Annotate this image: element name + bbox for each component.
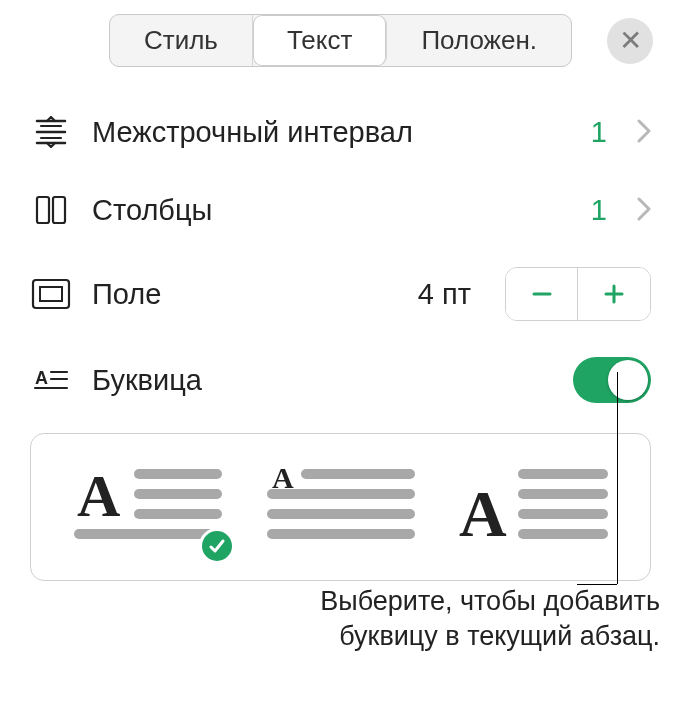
dropcap-toggle[interactable] <box>573 357 651 403</box>
minus-icon <box>530 282 554 306</box>
tab-position[interactable]: Положен. <box>387 15 571 66</box>
margin-decrease-button[interactable] <box>506 268 578 320</box>
options-list: Межстрочный интервал 1 Столбцы 1 <box>0 85 681 581</box>
svg-rect-5 <box>33 280 69 308</box>
columns-icon <box>30 189 72 231</box>
dropcap-icon: A <box>30 359 72 401</box>
callout-text: Выберите, чтобы добавить буквицу в текущ… <box>240 584 660 653</box>
svg-rect-6 <box>40 287 62 301</box>
chevron-right-icon <box>637 192 651 229</box>
close-icon: ✕ <box>619 25 642 56</box>
callout-line-2: буквицу в текущий абзац. <box>339 621 660 651</box>
close-button[interactable]: ✕ <box>607 18 653 64</box>
plus-icon <box>602 282 626 306</box>
svg-text:A: A <box>459 477 507 548</box>
chevron-right-icon <box>637 114 651 151</box>
svg-rect-4 <box>53 197 65 223</box>
dropcap-style-1[interactable]: A <box>73 462 223 552</box>
row-line-spacing[interactable]: Межстрочный интервал 1 <box>0 93 681 171</box>
svg-text:A: A <box>35 368 48 388</box>
margin-icon <box>30 273 72 315</box>
svg-rect-3 <box>37 197 49 223</box>
selected-check-icon <box>199 528 235 564</box>
tab-segment: Стиль Текст Положен. <box>109 14 572 67</box>
line-spacing-label: Межстрочный интервал <box>92 116 571 149</box>
toggle-knob <box>608 360 648 400</box>
margin-value: 4 пт <box>418 278 471 311</box>
margin-stepper <box>505 267 651 321</box>
row-dropcap: A Буквица <box>0 339 681 421</box>
line-spacing-value: 1 <box>591 116 607 149</box>
dropcap-style-3[interactable]: A <box>459 462 609 552</box>
margin-label: Поле <box>92 278 398 311</box>
columns-value: 1 <box>591 194 607 227</box>
svg-text:A: A <box>77 463 120 529</box>
dropcap-style-2[interactable]: A <box>266 462 416 552</box>
tab-style[interactable]: Стиль <box>110 15 253 66</box>
text-format-panel: Стиль Текст Положен. ✕ <box>0 0 681 581</box>
dropcap-style-picker: A A <box>30 433 651 581</box>
row-margin: Поле 4 пт <box>0 249 681 339</box>
line-spacing-icon <box>30 111 72 153</box>
tab-text[interactable]: Текст <box>253 15 387 66</box>
tab-bar: Стиль Текст Положен. ✕ <box>0 0 681 85</box>
columns-label: Столбцы <box>92 194 571 227</box>
dropcap-label: Буквица <box>92 364 553 397</box>
margin-increase-button[interactable] <box>578 268 650 320</box>
callout-leader-line <box>617 372 618 584</box>
row-columns[interactable]: Столбцы 1 <box>0 171 681 249</box>
callout-line-1: Выберите, чтобы добавить <box>320 586 660 616</box>
